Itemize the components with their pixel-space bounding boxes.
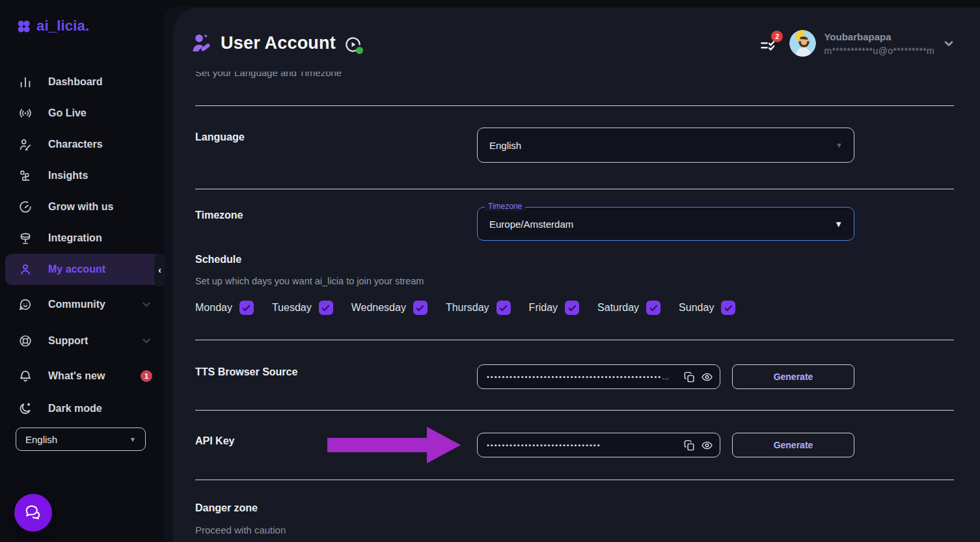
brand-logo[interactable]: ai_licia. bbox=[16, 18, 89, 34]
api-key-generate-button[interactable]: Generate bbox=[732, 433, 854, 457]
online-dot bbox=[356, 47, 363, 54]
main-panel: User Account 2 Youbarbapapa m***********… bbox=[173, 8, 980, 542]
sidebar-item-support[interactable]: Support bbox=[5, 325, 161, 357]
page-title: User Account bbox=[221, 33, 336, 53]
user-account-icon bbox=[189, 31, 213, 55]
schedule-day-friday: Friday bbox=[529, 301, 579, 315]
life-ring-icon bbox=[18, 334, 33, 348]
sidebar-language-value: English bbox=[25, 434, 57, 445]
api-key-field[interactable]: •••••••••••••••••••••••••••••• bbox=[477, 433, 720, 457]
schedule-day-wednesday: Wednesday bbox=[351, 301, 428, 315]
day-label: Thursday bbox=[446, 302, 489, 314]
sidebar-item-label: Insights bbox=[48, 170, 88, 182]
danger-zone-title: Danger zone bbox=[195, 502, 258, 514]
sidebar-item-characters[interactable]: Characters bbox=[5, 129, 161, 160]
schedule-day-thursday: Thursday bbox=[446, 301, 511, 315]
whats-new-badge: 1 bbox=[141, 370, 152, 382]
timezone-value: Europe/Amsterdam bbox=[489, 219, 573, 230]
api-key-label: API Key bbox=[195, 435, 234, 447]
user-name: Youbarbapapa bbox=[824, 31, 934, 42]
sidebar-item-label: Dashboard bbox=[48, 76, 103, 88]
bell-icon bbox=[18, 369, 33, 383]
sidebar-item-what-s-new[interactable]: What's new1 bbox=[5, 360, 161, 392]
day-label: Saturday bbox=[597, 302, 639, 314]
schedule-day-tuesday: Tuesday bbox=[272, 301, 333, 315]
day-checkbox[interactable] bbox=[721, 301, 735, 315]
copy-icon[interactable] bbox=[683, 439, 696, 452]
divider bbox=[195, 340, 954, 340]
server-icon bbox=[18, 231, 33, 245]
language-select[interactable]: English ▼ bbox=[477, 128, 854, 163]
sidebar-language-select[interactable]: English ▼ bbox=[16, 427, 146, 451]
person-edit-icon bbox=[18, 137, 33, 152]
day-checkbox[interactable] bbox=[565, 301, 579, 315]
sidebar-item-insights[interactable]: Insights bbox=[5, 160, 161, 191]
bar-chart-icon bbox=[18, 75, 33, 89]
blocks-icon bbox=[18, 169, 33, 183]
sidebar-item-label: Integration bbox=[48, 232, 102, 244]
day-checkbox[interactable] bbox=[319, 301, 333, 315]
schedule-title: Schedule bbox=[195, 254, 241, 265]
user-email-masked: m***********u@o*********m bbox=[824, 46, 934, 56]
copy-icon[interactable] bbox=[683, 371, 696, 383]
logo-text: ai_licia. bbox=[36, 18, 89, 34]
stream-status-icon bbox=[344, 36, 362, 53]
day-checkbox[interactable] bbox=[497, 301, 511, 315]
timezone-label: Timezone bbox=[195, 210, 243, 221]
chevron-down-icon bbox=[141, 299, 152, 310]
tts-masked-value: ••••••••••••••••••••••••••••••••••••••••… bbox=[487, 373, 678, 381]
user-cluster: 2 Youbarbapapa m***********u@o*********m bbox=[759, 30, 955, 57]
schedule-day-sunday: Sunday bbox=[679, 301, 735, 315]
divider bbox=[195, 480, 954, 480]
page-header: User Account bbox=[189, 31, 362, 55]
chevron-down-icon[interactable] bbox=[942, 37, 955, 50]
sidebar-item-label: What's new bbox=[48, 370, 105, 382]
eye-icon[interactable] bbox=[701, 371, 713, 383]
sidebar-item-grow-with-us[interactable]: Grow with us bbox=[5, 191, 161, 223]
schedule-days: MondayTuesdayWednesdayThursdayFridaySatu… bbox=[195, 301, 735, 315]
day-checkbox[interactable] bbox=[413, 301, 428, 315]
annotation-arrow bbox=[327, 438, 428, 452]
day-checkbox[interactable] bbox=[239, 301, 254, 315]
sidebar-item-integration[interactable]: Integration bbox=[5, 223, 161, 254]
timezone-select[interactable]: Timezone Europe/Amsterdam ▼ bbox=[477, 207, 854, 241]
chevron-down-icon: ▼ bbox=[834, 219, 843, 229]
person-icon bbox=[18, 262, 33, 277]
sidebar-item-label: Characters bbox=[48, 139, 103, 150]
divider bbox=[195, 189, 954, 189]
chat-fab-button[interactable] bbox=[14, 494, 52, 532]
sidebar-item-go-live[interactable]: Go Live bbox=[5, 98, 161, 129]
danger-zone-description: Proceed with caution bbox=[195, 524, 286, 535]
chat-smile-icon bbox=[18, 297, 33, 312]
avatar[interactable] bbox=[789, 30, 816, 57]
day-checkbox[interactable] bbox=[646, 301, 660, 315]
chevron-down-icon bbox=[141, 335, 152, 347]
sidebar-item-my-account[interactable]: My account bbox=[5, 254, 161, 285]
user-meta: Youbarbapapa m***********u@o*********m bbox=[824, 31, 934, 56]
sidebar-item-label: Support bbox=[48, 335, 88, 347]
sidebar-item-community[interactable]: Community bbox=[5, 289, 161, 320]
gauge-icon bbox=[18, 200, 33, 214]
sidebar: ai_licia. DashboardGo LiveCharactersInsi… bbox=[0, 0, 169, 542]
sidebar-item-label: Community bbox=[48, 299, 105, 310]
divider bbox=[195, 105, 954, 106]
chevron-down-icon: ▼ bbox=[836, 141, 843, 149]
tts-generate-button[interactable]: Generate bbox=[732, 364, 854, 389]
schedule-description: Set up which days you want ai_licia to j… bbox=[195, 276, 424, 286]
moon-icon bbox=[18, 401, 33, 416]
sidebar-collapse-button[interactable]: ‹ bbox=[154, 253, 165, 287]
sidebar-item-dark-mode[interactable]: Dark mode bbox=[5, 393, 161, 424]
broadcast-icon bbox=[18, 106, 33, 120]
language-value: English bbox=[489, 140, 521, 151]
sidebar-item-label: Go Live bbox=[48, 107, 87, 119]
tts-source-field[interactable]: ••••••••••••••••••••••••••••••••••••••••… bbox=[477, 364, 720, 389]
day-label: Tuesday bbox=[272, 302, 312, 314]
divider bbox=[195, 410, 954, 411]
logo-flower-icon bbox=[16, 18, 32, 34]
eye-icon[interactable] bbox=[701, 439, 713, 452]
section-intro-clipped: Set your Language and Timezone bbox=[195, 72, 342, 80]
chevron-down-icon: ▼ bbox=[129, 436, 136, 443]
sidebar-item-dashboard[interactable]: Dashboard bbox=[5, 66, 161, 98]
tts-label: TTS Browser Source bbox=[195, 366, 297, 378]
tasks-notification-icon[interactable]: 2 bbox=[759, 37, 778, 55]
